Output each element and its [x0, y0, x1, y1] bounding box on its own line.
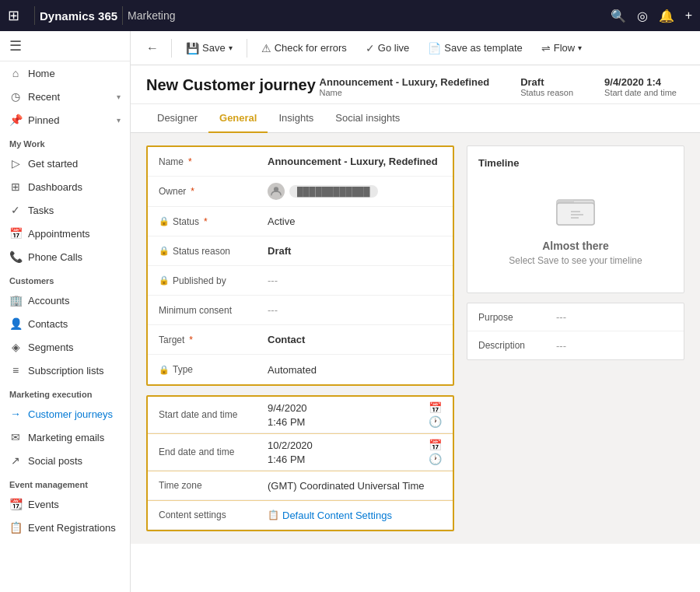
field-name: Name * Announcement - Luxury, Redefined	[148, 147, 453, 177]
sidebar-item-phone-calls[interactable]: 📞 Phone Calls	[0, 245, 130, 268]
status-reason-label: 🔒 Status reason	[159, 246, 268, 257]
save-template-button[interactable]: 📄 Save as template	[420, 38, 530, 58]
field-purpose: Purpose ---	[467, 303, 684, 331]
flow-dropdown-icon: ▾	[578, 44, 582, 52]
timezone-label: Time zone	[159, 480, 268, 491]
published-label: 🔒 Published by	[159, 275, 268, 286]
owner-label: Owner *	[159, 186, 268, 197]
sidebar-item-pinned[interactable]: 📌 Pinned ▾	[0, 108, 130, 131]
app-title: Dynamics 365	[40, 9, 117, 23]
flow-button[interactable]: ⇌ Flow ▾	[534, 38, 590, 58]
module-title: Marketing	[128, 9, 175, 22]
timezone-value[interactable]: (GMT) Coordinated Universal Time	[268, 480, 442, 492]
field-timezone: Time zone (GMT) Coordinated Universal Ti…	[148, 471, 453, 500]
sidebar-item-get-started[interactable]: ▷ Get started	[0, 152, 130, 175]
sidebar-appointments-label: Appointments	[28, 228, 121, 240]
sidebar-marketing-emails-label: Marketing emails	[28, 432, 121, 443]
flow-icon: ⇌	[541, 42, 551, 54]
back-button[interactable]: ←	[140, 38, 165, 58]
tab-designer[interactable]: Designer	[146, 104, 208, 133]
section-customers: Customers	[0, 268, 130, 289]
purpose-value: ---	[556, 311, 566, 323]
go-live-button[interactable]: ✓ Go live	[358, 38, 417, 58]
timeline-empty: Almost there Select Save to see your tim…	[478, 177, 673, 282]
tabs-bar: Designer General Insights Social insight…	[131, 104, 700, 133]
meta-status-label: Status reason	[520, 88, 573, 97]
form-left: Name * Announcement - Luxury, Redefined …	[146, 145, 454, 531]
field-published-by: 🔒 Published by ---	[148, 266, 453, 296]
tab-general[interactable]: General	[208, 104, 268, 133]
sidebar-item-social-posts[interactable]: ↗ Social posts	[0, 449, 130, 472]
registrations-icon: 📋	[9, 521, 22, 534]
hamburger-icon: ☰	[9, 37, 22, 54]
nav-divider	[34, 6, 35, 25]
field-min-consent: Minimum consent ---	[148, 296, 453, 325]
end-time-row: 1:46 PM 🕐	[268, 453, 442, 465]
check-icon: ⚠	[261, 42, 271, 54]
sidebar-item-marketing-emails[interactable]: ✉ Marketing emails	[0, 426, 130, 449]
settings-icon[interactable]: ◎	[637, 9, 648, 23]
name-value[interactable]: Announcement - Luxury, Redefined	[268, 156, 442, 167]
sidebar-social-posts-label: Social posts	[28, 455, 121, 467]
section-my-work: My Work	[0, 131, 130, 152]
page-header: New Customer journey Announcement - Luxu…	[131, 65, 700, 104]
start-date-text[interactable]: 9/4/2020	[268, 402, 307, 414]
sidebar: ☰ ⌂ Home ◷ Recent ▾ 📌 Pinned ▾ My Work ▷…	[0, 31, 131, 592]
get-started-icon: ▷	[9, 157, 22, 170]
sidebar-item-events[interactable]: 📆 Events	[0, 492, 130, 516]
sidebar-item-recent[interactable]: ◷ Recent ▾	[0, 85, 130, 108]
sidebar-item-subscription-lists[interactable]: ≡ Subscription lists	[0, 359, 130, 382]
save-dropdown-icon[interactable]: ▾	[229, 44, 233, 52]
check-errors-button[interactable]: ⚠ Check for errors	[254, 38, 355, 58]
min-consent-value: ---	[268, 304, 442, 316]
status-reason-value: Draft	[268, 245, 442, 257]
end-date-text[interactable]: 10/2/2020	[268, 440, 313, 451]
start-time-text[interactable]: 1:46 PM	[268, 416, 305, 428]
end-date-label: End date and time	[159, 447, 268, 457]
end-time-text[interactable]: 1:46 PM	[268, 454, 305, 465]
tab-insights[interactable]: Insights	[268, 104, 324, 133]
toolbar: ← 💾 Save ▾ ⚠ Check for errors ✓ Go live …	[131, 31, 700, 65]
clock-icon2[interactable]: 🕐	[429, 453, 442, 465]
sidebar-tasks-label: Tasks	[28, 205, 121, 216]
timeline-section: Timeline	[467, 145, 684, 293]
tab-social-insights[interactable]: Social insights	[324, 104, 411, 133]
status-label: 🔒 Status *	[159, 216, 268, 227]
events-icon: 📆	[9, 498, 22, 510]
form-section-general: Name * Announcement - Luxury, Redefined …	[146, 145, 454, 386]
go-live-label: Go live	[378, 42, 409, 54]
phone-icon: 📞	[9, 250, 22, 263]
sidebar-recent-label: Recent	[28, 91, 110, 103]
content-settings-value[interactable]: 📋 Default Content Settings	[268, 510, 442, 521]
sidebar-subscription-label: Subscription lists	[28, 365, 121, 377]
sidebar-item-customer-journeys[interactable]: → Customer journeys	[0, 402, 130, 426]
lock-icon: 🔒	[159, 216, 170, 226]
save-button[interactable]: 💾 Save ▾	[178, 38, 240, 58]
sidebar-item-segments[interactable]: ◈ Segments	[0, 335, 130, 359]
save-label: Save	[202, 42, 226, 54]
sidebar-item-accounts[interactable]: 🏢 Accounts	[0, 289, 130, 312]
segments-icon: ◈	[9, 341, 22, 353]
content-area: ← 💾 Save ▾ ⚠ Check for errors ✓ Go live …	[131, 31, 700, 592]
live-icon: ✓	[366, 42, 375, 54]
clock-icon[interactable]: 🕐	[429, 415, 442, 428]
search-icon[interactable]: 🔍	[611, 9, 626, 23]
timeline-empty-desc: Select Save to see your timeline	[509, 255, 642, 266]
sidebar-item-home[interactable]: ⌂ Home	[0, 61, 130, 85]
sidebar-item-contacts[interactable]: 👤 Contacts	[0, 312, 130, 335]
help-icon[interactable]: 🔔	[659, 9, 674, 23]
calendar-icon2[interactable]: 📅	[429, 439, 442, 451]
field-status: 🔒 Status * Active	[148, 207, 453, 236]
top-navigation: ⊞ Dynamics 365 Marketing 🔍 ◎ 🔔 +	[0, 0, 700, 31]
sidebar-menu-button[interactable]: ☰	[0, 31, 130, 61]
status-value: Active	[268, 215, 442, 227]
sidebar-item-dashboards[interactable]: ⊞ Dashboards	[0, 175, 130, 198]
grid-icon[interactable]: ⊞	[8, 7, 30, 24]
sidebar-item-event-registrations[interactable]: 📋 Event Registrations	[0, 516, 130, 539]
top-nav-icons: 🔍 ◎ 🔔 +	[611, 9, 692, 23]
calendar-icon[interactable]: 📅	[429, 401, 442, 414]
sidebar-item-tasks[interactable]: ✓ Tasks	[0, 198, 130, 222]
lock-icon4: 🔒	[159, 365, 170, 375]
add-icon[interactable]: +	[685, 9, 692, 23]
sidebar-item-appointments[interactable]: 📅 Appointments	[0, 222, 130, 245]
